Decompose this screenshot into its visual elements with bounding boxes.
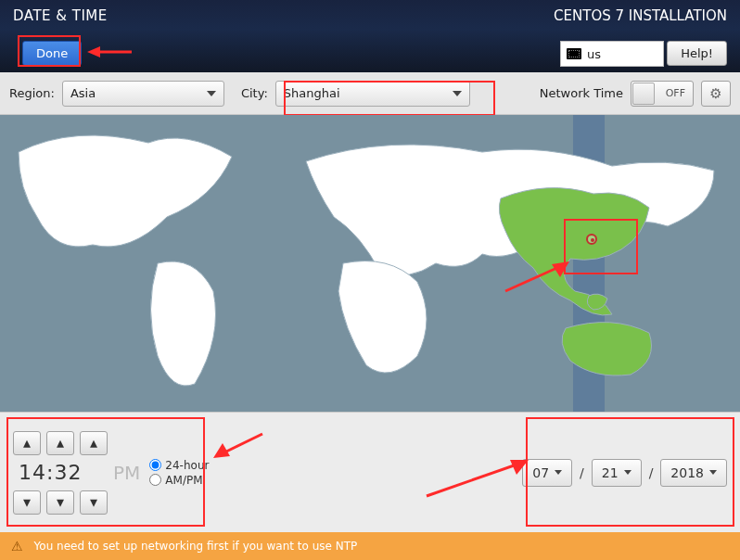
- help-button[interactable]: Help!: [667, 41, 727, 66]
- ntp-settings-button[interactable]: ⚙: [701, 81, 731, 107]
- network-time-toggle[interactable]: OFF: [631, 81, 694, 107]
- ampm-up-button[interactable]: ▴: [80, 431, 108, 455]
- chevron-down-icon: ▾: [90, 493, 97, 511]
- svg-marker-1: [87, 46, 100, 57]
- region-combo[interactable]: Asia: [62, 81, 224, 107]
- filter-bar: Region: Asia City: Shanghai Network Time…: [0, 72, 740, 115]
- time-format-radios: 24-hour AM/PM: [149, 459, 209, 487]
- date-separator: /: [649, 465, 654, 480]
- day-combo[interactable]: 21: [592, 459, 642, 487]
- chevron-down-icon: [207, 91, 216, 96]
- toggle-state: OFF: [666, 87, 685, 99]
- city-value: Shanghai: [284, 86, 340, 100]
- chevron-down-icon: [555, 470, 562, 475]
- chevron-up-icon: ▴: [57, 434, 64, 452]
- ampm-down-button[interactable]: ▾: [80, 490, 108, 515]
- chevron-down-icon: [453, 91, 462, 96]
- chevron-down-icon: [709, 470, 717, 475]
- network-time-label: Network Time: [540, 86, 623, 100]
- timezone-map[interactable]: [0, 115, 740, 412]
- hour-down-button[interactable]: ▾: [13, 490, 41, 515]
- time-spinner-group: ▴ ▴ ▴ 14:32 PM 24-hour AM/PM ▾ ▾ ▾: [13, 431, 209, 515]
- chevron-up-icon: ▴: [90, 434, 97, 452]
- warning-bar: ⚠ You need to set up networking first if…: [0, 532, 740, 560]
- svg-line-5: [505, 266, 561, 291]
- annotation-arrow-icon: [501, 259, 575, 296]
- region-label: Region:: [9, 86, 55, 100]
- svg-line-9: [427, 464, 519, 496]
- region-value: Asia: [70, 86, 96, 100]
- warning-text: You need to set up networking first if y…: [34, 540, 358, 553]
- format-ampm-radio[interactable]: [149, 474, 161, 486]
- meridiem-value: PM: [113, 462, 140, 484]
- format-24h-radio[interactable]: [149, 459, 161, 471]
- city-marker: [586, 234, 597, 245]
- annotation-arrow-icon: [422, 454, 533, 501]
- annotation-arrow-icon: [87, 43, 134, 61]
- header-banner: DATE & TIME CENTOS 7 INSTALLATION Done u…: [0, 0, 740, 72]
- year-combo[interactable]: 2018: [660, 459, 727, 487]
- keyboard-layout-value: us: [587, 47, 601, 61]
- warning-icon: ⚠: [11, 539, 23, 554]
- chevron-down-icon: ▾: [57, 493, 64, 511]
- product-title: CENTOS 7 INSTALLATION: [554, 7, 727, 24]
- format-ampm-option[interactable]: AM/PM: [149, 474, 209, 487]
- toggle-knob: [632, 83, 655, 105]
- date-separator: /: [580, 465, 584, 480]
- city-combo[interactable]: Shanghai: [275, 81, 470, 107]
- hour-up-button[interactable]: ▴: [13, 431, 41, 455]
- date-selector-group: 07 / 21 / 2018: [522, 459, 727, 487]
- world-map-svg: [0, 115, 740, 412]
- gear-icon: ⚙: [709, 85, 721, 102]
- time-date-panel: ▴ ▴ ▴ 14:32 PM 24-hour AM/PM ▾ ▾ ▾ 07 / …: [0, 412, 740, 532]
- annotation-arrow-icon: [211, 426, 267, 464]
- time-value: 14:32: [13, 461, 108, 484]
- format-24h-option[interactable]: 24-hour: [149, 459, 209, 472]
- minute-up-button[interactable]: ▴: [46, 431, 74, 455]
- keyboard-icon: [567, 48, 581, 59]
- chevron-up-icon: ▴: [23, 434, 31, 452]
- minute-down-button[interactable]: ▾: [46, 490, 74, 515]
- city-label: City:: [241, 86, 268, 100]
- chevron-down-icon: ▾: [23, 493, 31, 511]
- keyboard-layout-selector[interactable]: us: [560, 41, 664, 67]
- chevron-down-icon: [624, 470, 632, 475]
- done-button[interactable]: Done: [22, 41, 82, 66]
